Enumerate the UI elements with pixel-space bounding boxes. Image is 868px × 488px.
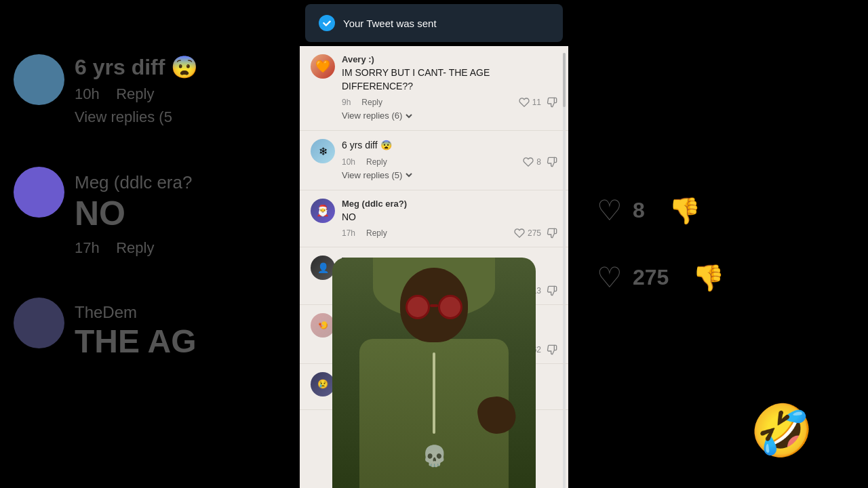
comment-text-avery: IM SORRY BUT I CANT- THE AGE DIFFERENCE?… <box>342 66 557 93</box>
comment-actions-anon: 8 <box>523 157 557 167</box>
comment-text-anon: 6 yrs diff 😨 <box>342 139 557 152</box>
toast-message: Your Tweet was sent <box>343 18 437 29</box>
dislike-btn-anon[interactable] <box>547 157 557 167</box>
bg-avatar-2 <box>14 167 64 218</box>
bg-count-2: 275 <box>633 265 669 290</box>
bg-dislike-icon-1: 👎 <box>669 196 701 226</box>
skull-print: 💀 <box>422 444 447 468</box>
bg-row-2: Meg (ddlc era? NO 17h Reply <box>14 167 285 257</box>
zipper <box>433 352 435 434</box>
background-right: ♡ 8 👎 ♡ 275 👎 🤣 <box>570 0 868 488</box>
bg-comment-text-2: NO <box>75 193 285 234</box>
bg-avatar-3 <box>14 298 64 348</box>
bg-author-2: Meg (ddlc era? <box>75 172 285 193</box>
avatar-meg: 🎅 <box>311 199 335 223</box>
bg-comment-text-3: THE AG <box>75 322 285 361</box>
background-left: 6 yrs diff 😨 10h Reply View replies (5 M… <box>0 0 298 488</box>
like-btn-anon[interactable]: 8 <box>523 157 541 167</box>
comment-time-avery: 9h <box>342 98 351 107</box>
bg-avatar-1 <box>14 54 64 105</box>
bg-row-3: TheDem THE AG <box>14 298 285 361</box>
comment-meg: 🎅 Meg (ddlc era?) NO 17h Reply 275 <box>300 190 568 248</box>
comment-text-meg: NO <box>342 211 557 224</box>
comment-author-avery: Avery :) <box>342 54 557 64</box>
reply-btn-avery[interactable]: Reply <box>361 98 382 107</box>
bg-text-3: TheDem THE AG <box>75 298 285 361</box>
avatar-ebi: 🍤 <box>311 313 335 338</box>
comment-actions-meg: 275 <box>514 228 557 239</box>
view-replies-avery[interactable]: View replies (6) <box>342 108 557 122</box>
comment-body-anon: 6 yrs diff 😨 10h Reply 8 <box>342 139 557 182</box>
like-count-anon: 8 <box>536 157 541 167</box>
comment-meta-meg: 17h Reply 275 <box>342 228 557 239</box>
like-count-avery: 11 <box>532 98 541 107</box>
glasses-bridge <box>430 304 438 307</box>
bg-icon-group-2: ♡ 275 👎 <box>597 261 841 294</box>
bg-comment-text-1: 6 yrs diff 😨 <box>75 54 285 80</box>
reply-btn-anon[interactable]: Reply <box>366 157 387 167</box>
bg-text-1: 6 yrs diff 😨 10h Reply View replies (5 <box>75 54 285 126</box>
like-btn-meg[interactable]: 275 <box>514 228 541 239</box>
comment-time-meg: 17h <box>342 228 355 238</box>
dislike-btn-demon[interactable] <box>547 285 557 296</box>
like-btn-avery[interactable]: 11 <box>519 97 541 108</box>
right-glass <box>438 295 462 319</box>
comment-anon: ❄ 6 yrs diff 😨 10h Reply 8 <box>300 131 568 190</box>
bg-heart-icon-2: ♡ <box>597 261 623 294</box>
view-replies-anon[interactable]: View replies (5) <box>342 167 557 182</box>
bg-comment-meta-2: 17h Reply <box>75 239 285 257</box>
comment-author-meg: Meg (ddlc era?) <box>342 199 557 209</box>
comment-time-anon: 10h <box>342 157 355 167</box>
bg-emoji-bottom: 🤣 <box>750 401 814 461</box>
comment-meta-anon: 10h Reply 8 <box>342 157 557 167</box>
bg-comment-replies-1: View replies (5 <box>75 108 285 126</box>
reply-btn-meg[interactable]: Reply <box>366 228 387 238</box>
dislike-btn-meg[interactable] <box>547 228 557 239</box>
avatar-avery: 🧡 <box>311 54 335 79</box>
head <box>400 268 468 342</box>
bg-icon-group-1: ♡ 8 👎 <box>597 194 841 227</box>
avatar-anon: ❄ <box>311 139 335 163</box>
bg-row-1: 6 yrs diff 😨 10h Reply View replies (5 <box>14 54 285 126</box>
avatar-demon: 👤 <box>311 256 335 280</box>
bg-count-1: 8 <box>633 198 645 223</box>
bg-text-2: Meg (ddlc era? NO 17h Reply <box>75 167 285 257</box>
person-overlay: 💀 <box>332 258 536 488</box>
bg-author-3: TheDem <box>75 303 285 322</box>
dislike-btn-avery[interactable] <box>547 97 557 108</box>
comment-meta-avery: 9h Reply 11 <box>342 97 557 108</box>
tweet-sent-toast: Your Tweet was sent <box>305 4 563 42</box>
left-glass <box>406 295 430 319</box>
bg-comment-meta-1: 10h Reply <box>75 85 285 103</box>
comment-body-meg: Meg (ddlc era?) NO 17h Reply 275 <box>342 199 557 239</box>
person-silhouette: 💀 <box>332 258 536 488</box>
bg-dislike-icon-2: 👎 <box>692 263 724 293</box>
laughing-emoji: 🤣 <box>750 402 814 459</box>
comment-body-avery: Avery :) IM SORRY BUT I CANT- THE AGE DI… <box>342 54 557 122</box>
avatar-cries: 😢 <box>311 372 335 396</box>
comment-avery: 🧡 Avery :) IM SORRY BUT I CANT- THE AGE … <box>300 46 568 131</box>
comment-actions-avery: 11 <box>519 97 557 108</box>
bg-heart-icon-1: ♡ <box>597 194 623 227</box>
like-count-meg: 275 <box>528 228 541 238</box>
dislike-btn-ebi[interactable] <box>547 344 557 355</box>
checkmark-icon <box>319 15 335 31</box>
